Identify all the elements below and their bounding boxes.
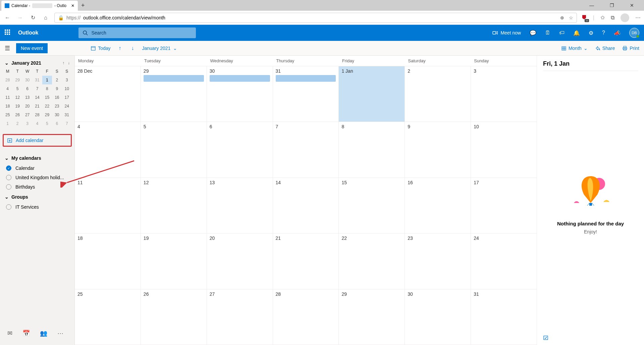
my-calendars-section[interactable]: ⌄ My calendars [3, 153, 72, 163]
day-cell[interactable]: 6 [207, 122, 273, 177]
day-cell[interactable]: 21 [273, 233, 339, 289]
day-cell[interactable]: 27 [207, 289, 273, 345]
day-cell[interactable]: 10 [471, 122, 537, 177]
day-cell[interactable]: 29 [339, 289, 405, 345]
day-cell[interactable]: 23 [405, 233, 471, 289]
group-item[interactable]: IT Services [3, 202, 72, 212]
day-cell[interactable]: 9 [405, 122, 471, 177]
calendar-event[interactable] [276, 75, 336, 82]
day-cell[interactable]: 31 [273, 66, 339, 122]
calendar-item[interactable]: ✓Calendar [3, 163, 72, 173]
mini-cal-day[interactable]: 13 [22, 93, 32, 102]
mini-cal-day[interactable]: 30 [22, 76, 32, 84]
print-button[interactable]: Print [622, 46, 639, 51]
mini-cal-day[interactable]: 6 [52, 119, 62, 128]
refresh-icon[interactable]: ↻ [29, 14, 37, 21]
mini-cal-day[interactable]: 11 [3, 93, 12, 102]
mini-cal-header[interactable]: ⌄ January 2021 ↑ ↓ [3, 59, 72, 67]
day-cell[interactable]: 30 [405, 289, 471, 345]
maximize-icon[interactable]: ❐ [605, 3, 619, 8]
day-cell[interactable]: 4 [75, 122, 141, 177]
day-cell[interactable]: 11 [75, 178, 141, 233]
day-cell[interactable]: 22 [339, 233, 405, 289]
mini-cal-day[interactable]: 24 [62, 102, 72, 111]
mini-cal-day[interactable]: 6 [22, 84, 32, 93]
day-cell[interactable]: 28 Dec [75, 66, 141, 122]
mini-cal-day[interactable]: 29 [42, 111, 52, 119]
mini-cal-day[interactable]: 29 [12, 76, 22, 84]
day-cell[interactable]: 26 [141, 289, 207, 345]
favorites-icon[interactable]: ✩ [600, 14, 605, 21]
mini-cal-day[interactable]: 14 [32, 93, 42, 102]
close-icon[interactable]: ✕ [71, 3, 74, 8]
mini-cal-day[interactable]: 30 [52, 111, 62, 119]
day-cell[interactable]: 2 [405, 66, 471, 122]
home-icon[interactable]: ⌂ [42, 15, 50, 21]
mini-cal-day[interactable]: 4 [32, 119, 42, 128]
day-cell[interactable]: 31 [471, 289, 537, 345]
day-cell[interactable]: 15 [339, 178, 405, 233]
mini-cal-day[interactable]: 16 [52, 93, 62, 102]
new-tab-button[interactable]: + [81, 2, 85, 9]
help-icon[interactable]: ? [602, 30, 605, 36]
mini-cal-day[interactable]: 2 [12, 119, 22, 128]
calendar-checkbox[interactable] [6, 204, 11, 210]
day-cell[interactable]: 29 [141, 66, 207, 122]
notifications-icon[interactable]: 🔔 [573, 30, 580, 36]
mini-cal-day[interactable]: 15 [42, 93, 52, 102]
day-cell[interactable]: 28 [273, 289, 339, 345]
mini-cal-day[interactable]: 7 [32, 84, 42, 93]
mini-cal-next-icon[interactable]: ↓ [68, 61, 70, 65]
mini-cal-day[interactable]: 2 [52, 76, 62, 84]
collections-icon[interactable]: ⧉ [611, 15, 614, 21]
back-icon[interactable]: ← [3, 15, 11, 21]
mini-cal-day[interactable]: 7 [62, 119, 72, 128]
close-window-icon[interactable]: ✕ [625, 3, 639, 8]
mini-cal-day[interactable]: 19 [12, 102, 22, 111]
add-page-icon[interactable]: ⊕ [560, 15, 564, 20]
search-input[interactable] [91, 30, 192, 36]
address-bar[interactable]: 🔒 https:// outlook.office.com/calendar/v… [54, 13, 577, 23]
view-selector[interactable]: Month ⌄ [561, 46, 588, 51]
day-cell[interactable]: 1 Jan [339, 66, 405, 122]
share-button[interactable]: Share [595, 46, 615, 51]
day-cell[interactable]: 3 [471, 66, 537, 122]
day-cell[interactable]: 8 [339, 122, 405, 177]
hamburger-icon[interactable]: ☰ [5, 45, 10, 52]
profile-icon[interactable] [621, 13, 629, 22]
app-name[interactable]: Outlook [18, 30, 38, 36]
megaphone-icon[interactable]: 📣 [614, 30, 621, 36]
mini-cal-day[interactable]: 31 [32, 76, 42, 84]
calendar-checkbox[interactable] [6, 184, 11, 190]
calendar-event[interactable] [210, 75, 270, 82]
mini-cal-day[interactable]: 5 [42, 119, 52, 128]
teams-call-icon[interactable]: 🗓 [545, 30, 550, 36]
day-cell[interactable]: 7 [273, 122, 339, 177]
mini-cal-day[interactable]: 25 [3, 111, 12, 119]
mini-cal-day[interactable]: 20 [22, 102, 32, 111]
people-icon[interactable]: 👥 [40, 330, 47, 337]
next-period-icon[interactable]: ↓ [131, 45, 134, 51]
mini-cal-day[interactable]: 12 [12, 93, 22, 102]
app-launcher-icon[interactable] [5, 29, 11, 36]
day-cell[interactable]: 17 [471, 178, 537, 233]
mini-cal-day[interactable]: 23 [52, 102, 62, 111]
mini-cal-day[interactable]: 28 [32, 111, 42, 119]
calendar-nav-icon[interactable]: 📅 [22, 330, 30, 337]
mini-calendar[interactable]: MTWTFSS282930311234567891011121314151617… [3, 67, 72, 128]
day-cell[interactable]: 14 [273, 178, 339, 233]
calendar-item[interactable]: United Kingdom holid... [3, 173, 72, 182]
mini-cal-day[interactable]: 22 [42, 102, 52, 111]
month-selector[interactable]: January 2021 ⌄ [142, 46, 177, 51]
day-cell[interactable]: 30 [207, 66, 273, 122]
day-cell[interactable]: 19 [141, 233, 207, 289]
mini-cal-day[interactable]: 27 [22, 111, 32, 119]
mini-cal-day[interactable]: 18 [3, 102, 12, 111]
day-cell[interactable]: 12 [141, 178, 207, 233]
tasks-icon[interactable] [543, 334, 548, 340]
day-cell[interactable]: 24 [471, 233, 537, 289]
mini-cal-day[interactable]: 9 [52, 84, 62, 93]
mini-cal-day[interactable]: 10 [62, 84, 72, 93]
gear-icon[interactable]: ⚙ [589, 30, 593, 36]
avatar[interactable]: DB [629, 28, 639, 38]
